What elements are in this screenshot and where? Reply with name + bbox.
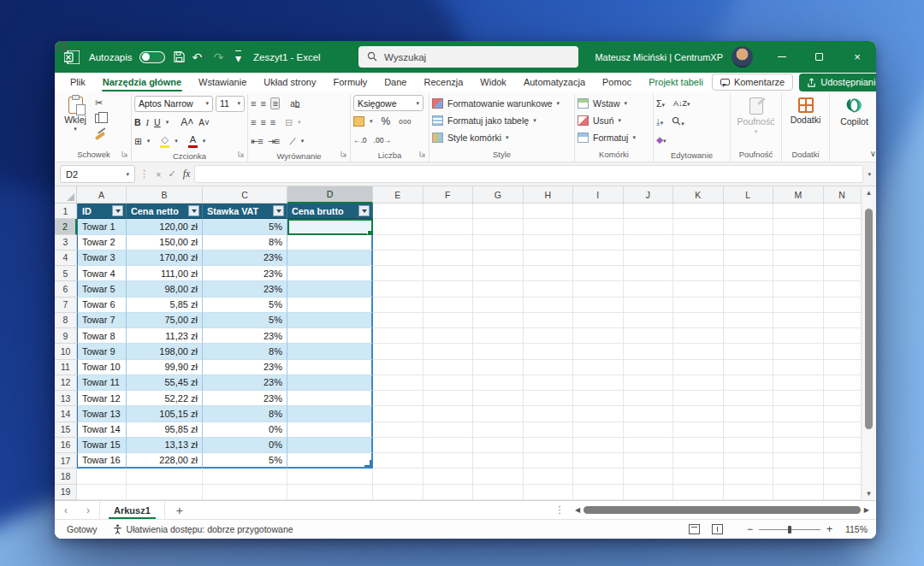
cell-F15[interactable] bbox=[424, 422, 474, 438]
cell-C16[interactable]: 0% bbox=[203, 438, 287, 453]
zoom-slider[interactable] bbox=[759, 529, 820, 530]
cell-F14[interactable] bbox=[424, 406, 474, 422]
cell-L5[interactable] bbox=[724, 266, 774, 281]
align-center-icon[interactable]: ≡ bbox=[260, 117, 264, 127]
col-header-G[interactable]: G bbox=[473, 186, 524, 203]
cell-D5[interactable] bbox=[287, 266, 373, 281]
ribbon-tab-pomoc[interactable]: Pomoc bbox=[594, 73, 640, 91]
dialog-launcher-icon[interactable] bbox=[419, 150, 426, 159]
row-header-11[interactable]: 11 bbox=[55, 360, 77, 375]
cell-L2[interactable] bbox=[724, 219, 774, 234]
cell-A13[interactable]: Towar 12 bbox=[77, 391, 127, 406]
borders-button[interactable]: ⊞ bbox=[134, 136, 142, 146]
cell-D10[interactable] bbox=[287, 344, 373, 359]
cell-L15[interactable] bbox=[724, 422, 774, 438]
cell-A7[interactable]: Towar 6 bbox=[77, 298, 127, 313]
col-header-K[interactable]: K bbox=[673, 186, 724, 203]
cell-N14[interactable] bbox=[824, 406, 862, 422]
cell-E5[interactable] bbox=[373, 266, 424, 281]
cell-G14[interactable] bbox=[473, 406, 524, 422]
cell-B9[interactable]: 11,23 zł bbox=[127, 328, 203, 344]
cell-H19[interactable] bbox=[524, 485, 574, 500]
font-name-select[interactable]: Aptos Narrow▾ bbox=[134, 96, 213, 112]
cell-D13[interactable] bbox=[287, 391, 373, 406]
cell-H1[interactable] bbox=[524, 203, 574, 219]
cell-styles-button[interactable]: Style komórki▾ bbox=[432, 129, 509, 145]
col-header-M[interactable]: M bbox=[773, 186, 824, 203]
cell-F17[interactable] bbox=[424, 453, 474, 469]
cell-E10[interactable] bbox=[373, 344, 424, 359]
cell-J16[interactable] bbox=[624, 438, 674, 453]
col-header-C[interactable]: C bbox=[203, 186, 287, 203]
cell-K9[interactable] bbox=[673, 328, 724, 344]
cell-K13[interactable] bbox=[673, 391, 724, 406]
cell-D18[interactable] bbox=[287, 469, 373, 484]
align-bottom-icon[interactable]: ≡ bbox=[270, 97, 280, 109]
find-select-button[interactable]: ▾ bbox=[672, 116, 684, 127]
name-box[interactable]: D2▾ bbox=[60, 165, 135, 183]
cell-I13[interactable] bbox=[573, 391, 624, 406]
cell-E17[interactable] bbox=[373, 453, 424, 469]
cell-J2[interactable] bbox=[624, 219, 674, 234]
table-header-C1[interactable]: Stawka VAT bbox=[203, 203, 287, 219]
cell-H4[interactable] bbox=[524, 251, 574, 266]
col-header-L[interactable]: L bbox=[724, 186, 774, 203]
cell-K1[interactable] bbox=[673, 203, 724, 219]
cell-M1[interactable] bbox=[773, 203, 824, 219]
row-header-2[interactable]: 2 bbox=[55, 219, 77, 234]
cell-D14[interactable] bbox=[287, 406, 373, 422]
cell-A19[interactable] bbox=[77, 485, 127, 500]
addins-button[interactable]: Dodatki bbox=[786, 95, 826, 125]
cell-M3[interactable] bbox=[773, 235, 824, 251]
cell-K4[interactable] bbox=[673, 251, 724, 266]
cell-E4[interactable] bbox=[373, 251, 424, 266]
confirm-entry-icon[interactable]: ✓ bbox=[168, 168, 175, 180]
ribbon-tab-widok[interactable]: Widok bbox=[471, 73, 515, 91]
cell-M15[interactable] bbox=[773, 422, 824, 438]
cell-J17[interactable] bbox=[624, 453, 674, 469]
vertical-scroll-thumb[interactable] bbox=[865, 209, 873, 429]
cell-I19[interactable] bbox=[573, 485, 624, 500]
cell-A10[interactable]: Towar 9 bbox=[77, 344, 127, 359]
cell-B18[interactable] bbox=[127, 469, 203, 484]
cell-H13[interactable] bbox=[524, 391, 574, 406]
cell-F9[interactable] bbox=[424, 328, 474, 344]
cell-F2[interactable] bbox=[424, 219, 474, 234]
cell-F8[interactable] bbox=[424, 313, 474, 328]
font-size-select[interactable]: 11▾ bbox=[216, 96, 245, 112]
zoom-level[interactable]: 115% bbox=[838, 524, 868, 534]
cell-L7[interactable] bbox=[724, 298, 774, 313]
cell-M5[interactable] bbox=[773, 266, 824, 281]
cell-C6[interactable]: 23% bbox=[203, 281, 287, 297]
cell-F3[interactable] bbox=[424, 235, 474, 251]
cell-K15[interactable] bbox=[673, 422, 724, 438]
cell-B6[interactable]: 98,00 zł bbox=[127, 281, 203, 297]
row-header-15[interactable]: 15 bbox=[55, 422, 77, 438]
collapse-ribbon-icon[interactable]: ∨ bbox=[870, 149, 876, 158]
cell-C19[interactable] bbox=[203, 485, 287, 500]
cell-K5[interactable] bbox=[673, 266, 724, 281]
comma-style-button[interactable]: 000 bbox=[399, 118, 412, 126]
autosave-toggle[interactable] bbox=[139, 51, 165, 63]
cell-H2[interactable] bbox=[524, 219, 574, 234]
cell-B12[interactable]: 55,45 zł bbox=[127, 375, 203, 391]
sort-filter-button[interactable]: A↓Z▾ bbox=[673, 99, 690, 108]
cell-K11[interactable] bbox=[673, 360, 724, 375]
cell-L3[interactable] bbox=[724, 235, 774, 251]
cell-G11[interactable] bbox=[473, 360, 524, 375]
row-header-16[interactable]: 16 bbox=[55, 438, 77, 453]
cell-H8[interactable] bbox=[524, 313, 574, 328]
select-all-corner[interactable] bbox=[55, 186, 77, 203]
ribbon-tab-plik[interactable]: Plik bbox=[62, 73, 94, 91]
cell-F11[interactable] bbox=[424, 360, 474, 375]
underline-button[interactable]: U bbox=[154, 117, 161, 127]
col-header-J[interactable]: J bbox=[624, 186, 674, 203]
row-header-3[interactable]: 3 bbox=[55, 235, 77, 251]
sheetbar-dots-icon[interactable]: ⋮ bbox=[551, 501, 568, 519]
cell-K2[interactable] bbox=[673, 219, 724, 234]
close-button[interactable]: × bbox=[838, 41, 876, 73]
cell-J14[interactable] bbox=[624, 406, 674, 422]
cell-I7[interactable] bbox=[573, 298, 624, 313]
copy-button[interactable]: ▾ bbox=[95, 112, 108, 125]
cell-G3[interactable] bbox=[473, 235, 524, 251]
